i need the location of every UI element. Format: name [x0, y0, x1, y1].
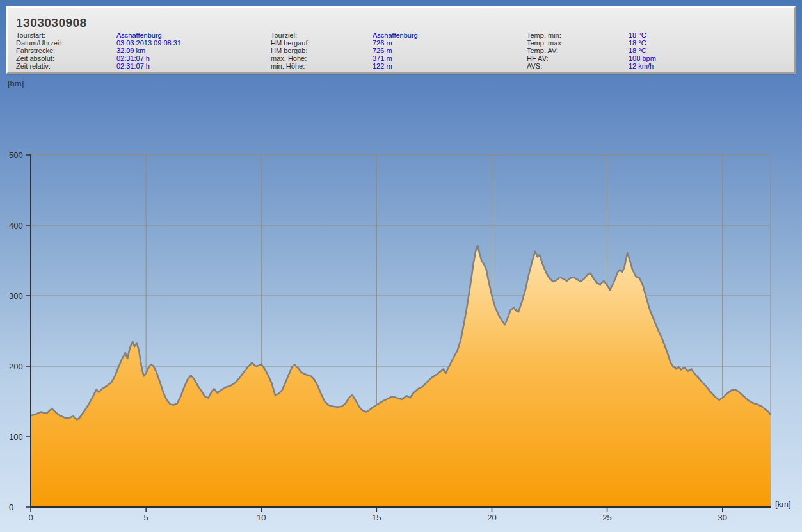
x-tick-label: 25 [602, 513, 611, 522]
y-tick-label: 0 [9, 503, 13, 512]
elevation-area [31, 246, 771, 507]
y-tick-label: 500 [9, 150, 23, 160]
x-tick-label: 15 [372, 513, 381, 522]
x-tick-label: 5 [144, 513, 148, 522]
x-tick-label: 30 [718, 513, 726, 522]
app-background: { "window": { "title": "1303030908" }, "… [0, 0, 802, 532]
y-tick-label: 400 [9, 221, 23, 230]
y-axis-unit-label: [hm] [8, 79, 24, 88]
x-tick-label: 10 [257, 513, 266, 522]
x-axis-unit-label: [km] [775, 499, 791, 509]
y-tick-label: 200 [9, 362, 23, 371]
x-tick-label: 0 [28, 513, 33, 522]
elevation-chart: 0100200300400500051015202530 [0, 0, 802, 532]
x-tick-label: 20 [487, 513, 496, 522]
y-tick-label: 100 [9, 432, 23, 442]
y-tick-label: 300 [9, 291, 23, 301]
